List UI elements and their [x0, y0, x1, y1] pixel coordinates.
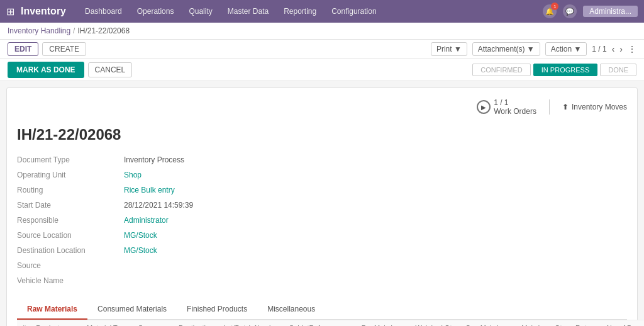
content-card: ▶ 1 / 1 Work Orders ⬆ Inventory Moves IH…	[6, 87, 638, 326]
field-value[interactable]: MG/Stock	[124, 229, 394, 242]
work-orders-label: Work Orders	[494, 107, 536, 116]
top-navigation: ⊞ Inventory DashboardOperationsQualityMa…	[0, 0, 644, 23]
breadcrumb-current: IH/21-22/02068	[77, 26, 130, 35]
mark-as-done-button[interactable]: MARK AS DONE	[8, 62, 84, 78]
vertical-divider	[549, 99, 550, 115]
top-actions-row: ▶ 1 / 1 Work Orders ⬆ Inventory Moves	[17, 98, 627, 116]
status-badge-confirmed: CONFIRMED	[472, 64, 531, 76]
next-page-button[interactable]: ›	[619, 44, 623, 54]
column-header: Destination	[174, 320, 218, 327]
nav-right: 🔔 1 💬 Administra...	[543, 4, 638, 18]
status-badge-in-progress: IN PROGRESS	[533, 64, 597, 76]
status-badges: CONFIRMEDIN PROGRESSDONE	[472, 64, 636, 76]
tab-raw-materials[interactable]: Raw Materials	[17, 300, 87, 320]
column-header: No. of Bags	[602, 320, 644, 327]
action-bar-right: Print ▼ Attachment(s) ▼ Action ▼ 1 / 1 ‹…	[431, 42, 636, 56]
tab-consumed-materials[interactable]: Consumed Materials	[87, 300, 177, 320]
user-avatar[interactable]: Administra...	[583, 6, 638, 17]
field-value: Inventory Process	[124, 154, 394, 166]
field-label: Source Location	[17, 229, 118, 242]
status-badge-done: DONE	[600, 64, 636, 76]
create-button[interactable]: CREATE	[42, 42, 86, 56]
work-orders-count: 1 / 1	[494, 98, 536, 107]
column-header: Weighed Qty	[411, 320, 460, 327]
nav-item-quality[interactable]: Quality	[182, 4, 218, 18]
attachments-button[interactable]: Attachment(s) ▼	[472, 42, 540, 56]
nav-menu: DashboardOperationsQualityMaster DataRep…	[79, 4, 543, 18]
work-orders-button[interactable]: ▶ 1 / 1 Work Orders	[477, 98, 536, 116]
main-content: ▶ 1 / 1 Work Orders ⬆ Inventory Moves IH…	[0, 81, 644, 326]
field-label: Source	[17, 259, 118, 272]
nav-item-reporting[interactable]: Reporting	[277, 4, 323, 18]
field-value[interactable]: Rice Bulk entry	[124, 184, 394, 196]
action-bar: EDIT CREATE Print ▼ Attachment(s) ▼ Acti…	[0, 40, 644, 59]
field-value[interactable]: Shop	[124, 169, 394, 181]
field-label: Destination Location	[17, 244, 118, 257]
breadcrumb: Inventory Handling / IH/21-22/02068	[0, 23, 644, 40]
nav-item-dashboard[interactable]: Dashboard	[79, 4, 128, 18]
notifications-icon[interactable]: 🔔 1	[543, 4, 557, 18]
tab-finished-products[interactable]: Finished Products	[177, 300, 257, 320]
edit-button[interactable]: EDIT	[8, 42, 38, 56]
play-icon: ▶	[477, 100, 491, 114]
column-header: Material Type	[82, 320, 133, 327]
app-title: Inventory	[21, 6, 66, 17]
field-label: Responsible	[17, 214, 118, 227]
column-header: Product	[31, 320, 82, 327]
field-label: Document Type	[17, 154, 118, 166]
breadcrumb-parent[interactable]: Inventory Handling	[8, 26, 70, 35]
document-title: IH/21-22/02068	[17, 126, 627, 143]
print-button[interactable]: Print ▼	[431, 42, 467, 56]
field-value	[124, 259, 394, 272]
column-header: Pre.Mois.Loss	[357, 320, 411, 327]
prev-page-button[interactable]: ‹	[612, 44, 615, 54]
more-options-icon[interactable]: ⋮	[628, 44, 636, 54]
field-value[interactable]: Administrator	[124, 214, 394, 227]
document-fields: Document TypeInventory ProcessOperating …	[17, 154, 394, 287]
field-label: Vehicle Name	[17, 274, 118, 287]
notification-badge: 1	[551, 3, 558, 10]
column-header: #	[17, 320, 31, 327]
field-value: 28/12/2021 14:59:39	[124, 199, 394, 211]
inventory-moves-label: Inventory Moves	[572, 103, 627, 111]
nav-item-master-data[interactable]: Master Data	[221, 4, 275, 18]
field-label: Start Date	[17, 199, 118, 211]
chat-icon[interactable]: 💬	[563, 4, 577, 18]
cancel-button[interactable]: CANCEL	[88, 62, 133, 77]
moves-icon: ⬆	[562, 103, 569, 111]
field-value[interactable]: MG/Stock	[124, 244, 394, 257]
breadcrumb-separator: /	[73, 26, 75, 35]
nav-item-operations[interactable]: Operations	[131, 4, 180, 18]
column-header: Mois.Loss Qty	[516, 320, 570, 327]
column-header: SubIotRef.	[284, 320, 357, 327]
tab-miscellaneous[interactable]: Miscellaneous	[257, 300, 325, 320]
status-bar: MARK AS DONE CANCEL CONFIRMEDIN PROGRESS…	[0, 59, 644, 81]
inventory-moves-button[interactable]: ⬆ Inventory Moves	[562, 103, 627, 111]
app-grid-icon[interactable]: ⊞	[6, 6, 14, 18]
field-label: Routing	[17, 184, 118, 196]
column-header: Curr.Mois.Loss	[460, 320, 516, 327]
raw-materials-table: #ProductMaterial TypeSourceDestinationLo…	[17, 320, 644, 326]
pager: 1 / 1	[592, 45, 606, 53]
field-value	[124, 274, 394, 287]
column-header: Lot/Batch Number	[218, 320, 284, 327]
column-header: Rate	[570, 320, 602, 327]
column-header: Source	[133, 320, 174, 327]
action-button[interactable]: Action ▼	[545, 42, 587, 56]
nav-item-configuration[interactable]: Configuration	[325, 4, 382, 18]
field-label: Operating Unit	[17, 169, 118, 181]
tabs-row: Raw MaterialsConsumed MaterialsFinished …	[17, 300, 627, 320]
